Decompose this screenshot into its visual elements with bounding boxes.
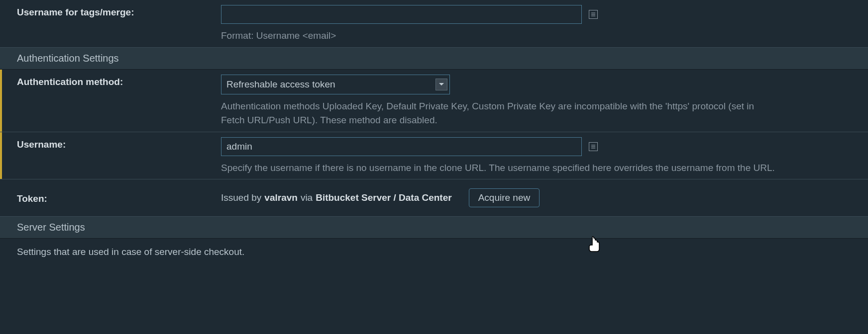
server-settings-header: Server Settings xyxy=(0,216,868,239)
username-tags-input[interactable] xyxy=(221,5,582,24)
auth-method-label: Authentication method: xyxy=(17,75,221,87)
username-tags-hint: Format: Username <email> xyxy=(221,29,776,43)
auth-method-selected: Refreshable access token xyxy=(226,79,335,90)
auth-method-row: Authentication method: Refreshable acces… xyxy=(0,70,868,132)
token-issuer: valravn xyxy=(264,192,298,203)
username-tags-label: Username for tags/merge: xyxy=(17,5,221,18)
username-row: Username: Specify the username if there … xyxy=(0,132,868,179)
acquire-new-button[interactable]: Acquire new xyxy=(469,188,540,207)
dropdown-arrow-icon xyxy=(435,79,447,90)
auth-settings-header: Authentication Settings xyxy=(0,47,868,70)
list-helper-icon[interactable] xyxy=(589,142,598,151)
username-input[interactable] xyxy=(221,137,582,156)
auth-method-hint: Authentication methods Uploaded Key, Def… xyxy=(221,99,776,128)
token-label: Token: xyxy=(17,191,221,204)
token-provider: Bitbucket Server / Data Center xyxy=(316,192,452,203)
token-row: Token: Issued by valravn via Bitbucket S… xyxy=(0,179,868,216)
server-settings-description: Settings that are used in case of server… xyxy=(0,239,868,265)
username-hint: Specify the username if there is no user… xyxy=(221,161,776,175)
username-tags-row: Username for tags/merge: Format: Usernam… xyxy=(0,0,868,47)
auth-method-select[interactable]: Refreshable access token xyxy=(221,75,450,94)
list-helper-icon[interactable] xyxy=(589,10,598,19)
username-label: Username: xyxy=(17,137,221,150)
token-value: Issued by valravn via Bitbucket Server /… xyxy=(221,192,452,203)
